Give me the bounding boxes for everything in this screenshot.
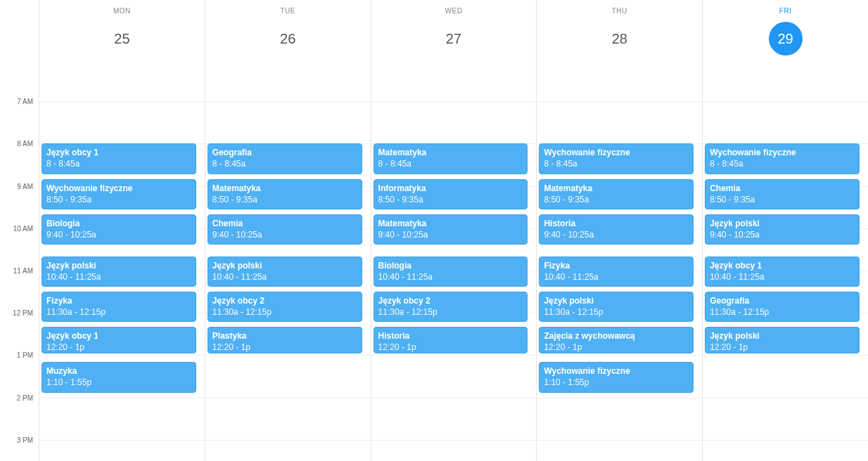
calendar-event[interactable]: Język polski10:40 - 11:25a [208, 257, 362, 287]
event-title: Język obcy 1 [710, 260, 855, 271]
event-time: 8:50 - 9:35a [378, 194, 523, 205]
event-time: 8:50 - 9:35a [710, 194, 855, 205]
calendar-event[interactable]: Fizyka10:40 - 11:25a [539, 257, 694, 287]
time-label: 11 AM [13, 267, 33, 275]
calendar-event[interactable]: Język obcy 18 - 8:45a [42, 143, 196, 174]
calendar-event[interactable]: Język obcy 211:30a - 12:15p [374, 292, 528, 322]
event-time: 9:40 - 10:25a [710, 229, 855, 240]
day-of-week-label: MON [39, 7, 205, 15]
day-column[interactable]: WED27Matematyka8 - 8:45aInformatyka8:50 … [371, 0, 537, 461]
day-column[interactable]: TUE26Geografia8 - 8:45aMatematyka8:50 - … [205, 0, 371, 461]
event-title: Wychowanie fizyczne [544, 365, 689, 377]
calendar-event[interactable]: Chemia8:50 - 9:35a [705, 179, 860, 209]
event-title: Historia [378, 330, 523, 342]
time-label: 2 PM [17, 394, 33, 401]
date-number[interactable]: 26 [271, 22, 305, 56]
events-area: Język obcy 18 - 8:45aWychowanie fizyczne… [39, 59, 205, 461]
day-column[interactable]: THU28Wychowanie fizyczne8 - 8:45aMatemat… [536, 0, 702, 461]
calendar-event[interactable]: Fizyka11:30a - 12:15p [42, 292, 196, 322]
event-time: 12:20 - 1p [212, 342, 357, 353]
event-time: 12:20 - 1p [544, 342, 689, 353]
event-title: Język obcy 1 [46, 147, 191, 158]
calendar-event[interactable]: Język polski10:40 - 11:25a [42, 257, 196, 287]
calendar-event[interactable]: Matematyka8:50 - 9:35a [539, 179, 694, 209]
calendar-event[interactable]: Wychowanie fizyczne1:10 - 1:55p [539, 362, 694, 392]
date-number[interactable]: 25 [105, 22, 139, 56]
event-title: Język obcy 2 [378, 295, 523, 306]
event-title: Matematyka [378, 147, 523, 158]
event-title: Język polski [544, 295, 689, 306]
calendar-event[interactable]: Język obcy 110:40 - 11:25a [705, 257, 860, 287]
event-time: 8:50 - 9:35a [212, 194, 357, 205]
calendar-event[interactable]: Geografia11:30a - 12:15p [705, 292, 860, 322]
calendar-event[interactable]: Zajęcia z wychowawcą12:20 - 1p [539, 327, 694, 353]
event-title: Biologia [46, 218, 191, 229]
day-header[interactable]: TUE26 [205, 0, 371, 59]
event-title: Chemia [212, 218, 357, 229]
event-time: 8 - 8:45a [46, 158, 191, 169]
time-label: 10 AM [13, 224, 33, 232]
event-title: Zajęcia z wychowawcą [544, 330, 689, 342]
calendar-event[interactable]: Muzyka1:10 - 1:55p [42, 362, 196, 392]
event-title: Wychowanie fizyczne [46, 183, 191, 194]
calendar-event[interactable]: Język polski12:20 - 1p [705, 327, 860, 353]
time-label: 1 PM [17, 351, 33, 359]
event-title: Historia [544, 218, 689, 229]
days-container: MON25Język obcy 18 - 8:45aWychowanie fiz… [39, 0, 868, 461]
calendar-event[interactable]: Biologia9:40 - 10:25a [42, 214, 196, 245]
date-number[interactable]: 27 [437, 22, 471, 56]
time-label: 7 AM [17, 98, 33, 105]
calendar-event[interactable]: Historia12:20 - 1p [374, 327, 528, 353]
calendar-event[interactable]: Język polski9:40 - 10:25a [705, 214, 860, 245]
day-header[interactable]: WED27 [371, 0, 537, 59]
day-column[interactable]: MON25Język obcy 18 - 8:45aWychowanie fiz… [39, 0, 205, 461]
date-number[interactable]: 29 [769, 22, 803, 56]
day-header[interactable]: MON25 [39, 0, 205, 59]
event-time: 8 - 8:45a [710, 158, 855, 169]
calendar-event[interactable]: Chemia9:40 - 10:25a [208, 214, 362, 245]
day-header[interactable]: THU28 [537, 0, 702, 59]
calendar-event[interactable]: Język polski11:30a - 12:15p [539, 292, 694, 322]
calendar-event[interactable]: Język obcy 112:20 - 1p [42, 327, 196, 353]
event-title: Matematyka [378, 218, 523, 229]
event-title: Biologia [378, 260, 523, 271]
day-column[interactable]: FRI29Wychowanie fizyczne8 - 8:45aChemia8… [702, 0, 868, 461]
event-title: Geografia [710, 295, 855, 306]
calendar-event[interactable]: Matematyka8:50 - 9:35a [208, 179, 362, 209]
time-label: 8 AM [17, 140, 33, 148]
time-axis: 7 AM8 AM9 AM10 AM11 AM12 PM1 PM2 PM3 PM [0, 0, 39, 461]
event-title: Język obcy 2 [212, 295, 357, 306]
calendar-event[interactable]: Matematyka8 - 8:45a [374, 143, 528, 174]
event-time: 11:30a - 12:15p [544, 306, 689, 318]
event-time: 1:10 - 1:55p [544, 377, 689, 388]
calendar-event[interactable]: Wychowanie fizyczne8:50 - 9:35a [42, 179, 196, 209]
calendar-event[interactable]: Biologia10:40 - 11:25a [374, 257, 528, 287]
day-of-week-label: WED [371, 7, 537, 15]
events-area: Matematyka8 - 8:45aInformatyka8:50 - 9:3… [371, 59, 537, 461]
event-time: 12:20 - 1p [378, 342, 523, 353]
calendar-event[interactable]: Matematyka9:40 - 10:25a [374, 214, 528, 245]
event-time: 8 - 8:45a [212, 158, 357, 169]
calendar-event[interactable]: Informatyka8:50 - 9:35a [374, 179, 528, 209]
events-area: Wychowanie fizyczne8 - 8:45aChemia8:50 -… [703, 59, 868, 461]
event-time: 11:30a - 12:15p [46, 306, 191, 318]
event-time: 8:50 - 9:35a [544, 194, 689, 205]
event-title: Język polski [710, 218, 855, 229]
event-time: 12:20 - 1p [710, 342, 855, 353]
time-label: 9 AM [17, 182, 33, 190]
event-time: 9:40 - 10:25a [544, 229, 689, 240]
calendar-event[interactable]: Geografia8 - 8:45a [208, 143, 362, 174]
event-title: Wychowanie fizyczne [544, 147, 689, 158]
calendar-event[interactable]: Język obcy 211:30a - 12:15p [208, 292, 362, 322]
calendar-event[interactable]: Historia9:40 - 10:25a [539, 214, 694, 245]
event-title: Fizyka [46, 295, 191, 306]
day-header[interactable]: FRI29 [703, 0, 868, 59]
calendar-event[interactable]: Plastyka12:20 - 1p [208, 327, 362, 353]
date-number[interactable]: 28 [603, 22, 637, 56]
event-time: 11:30a - 12:15p [212, 306, 357, 318]
calendar-event[interactable]: Wychowanie fizyczne8 - 8:45a [539, 143, 694, 174]
calendar-event[interactable]: Wychowanie fizyczne8 - 8:45a [705, 143, 860, 174]
event-time: 10:40 - 11:25a [46, 271, 191, 283]
event-time: 10:40 - 11:25a [378, 271, 523, 283]
event-title: Język obcy 1 [46, 330, 191, 342]
